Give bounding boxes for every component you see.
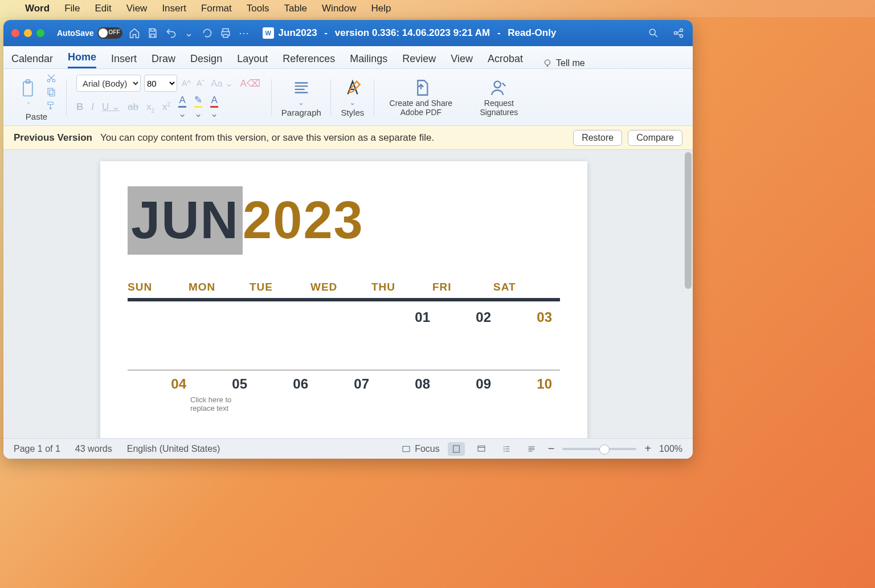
calendar-year[interactable]: 2023: [243, 186, 364, 255]
cell-06[interactable]: 06: [250, 376, 310, 392]
cut-icon[interactable]: [46, 73, 57, 83]
copy-icon[interactable]: [46, 87, 57, 97]
change-case-icon[interactable]: Aa ⌄: [209, 77, 235, 89]
cell-02[interactable]: 02: [432, 309, 493, 325]
create-share-pdf-button[interactable]: Create and Share Adobe PDF: [384, 77, 458, 117]
menu-insert[interactable]: Insert: [162, 3, 186, 14]
word-window: AutoSave OFF ⌄ ⋯ W Jun2023 - version 0.3…: [3, 20, 693, 459]
paste-button[interactable]: ⌄: [16, 75, 41, 109]
calendar-month[interactable]: JUN: [128, 186, 243, 255]
menu-window[interactable]: Window: [322, 3, 356, 14]
more-icon[interactable]: ⋯: [238, 27, 250, 39]
strike-button[interactable]: ab: [128, 101, 138, 113]
menu-view[interactable]: View: [126, 3, 148, 14]
tab-mailings[interactable]: Mailings: [350, 53, 387, 68]
redo-icon[interactable]: [201, 27, 214, 39]
search-icon[interactable]: [647, 27, 660, 39]
text-effects-icon[interactable]: A ⌄: [178, 95, 186, 120]
zoom-in[interactable]: +: [644, 442, 651, 455]
print-icon[interactable]: [219, 27, 232, 39]
cell-03[interactable]: 03: [493, 309, 554, 325]
page-count[interactable]: Page 1 of 1: [14, 444, 60, 454]
compare-button[interactable]: Compare: [628, 130, 682, 146]
tab-draw[interactable]: Draw: [152, 53, 175, 68]
cell-04[interactable]: 04: [128, 376, 189, 392]
tab-design[interactable]: Design: [190, 53, 222, 68]
restore-button[interactable]: Restore: [573, 130, 622, 146]
zoom-button[interactable]: [36, 29, 44, 37]
minimize-button[interactable]: [24, 29, 32, 37]
increase-font-icon[interactable]: A^: [181, 79, 192, 88]
menu-help[interactable]: Help: [371, 3, 391, 14]
format-painter-icon[interactable]: [46, 100, 57, 111]
font-color-icon[interactable]: A ⌄: [210, 95, 218, 120]
day-fri: FRI: [432, 281, 493, 293]
tab-calendar[interactable]: Calendar: [11, 53, 53, 68]
tab-insert[interactable]: Insert: [111, 53, 137, 68]
cell-10[interactable]: 10: [493, 376, 554, 392]
document-title: W Jun2023 - version 0.336: 14.06.2023 9:…: [263, 27, 557, 39]
underline-button[interactable]: U ⌄: [102, 101, 120, 113]
superscript-button[interactable]: x: [162, 101, 170, 113]
app-menu[interactable]: Word: [25, 3, 50, 14]
day-thu: THU: [371, 281, 432, 293]
request-signatures-button[interactable]: Request Signatures: [471, 77, 528, 117]
tab-references[interactable]: References: [283, 53, 335, 68]
paragraph-button[interactable]: ⌄: [289, 77, 313, 107]
svg-point-4: [545, 60, 550, 65]
bold-button[interactable]: B: [76, 101, 83, 113]
draft-view[interactable]: [523, 442, 540, 456]
menu-table[interactable]: Table: [284, 3, 307, 14]
print-layout-view[interactable]: [448, 442, 465, 456]
italic-button[interactable]: I: [91, 101, 94, 113]
placeholder-text[interactable]: Click here to replace text: [190, 395, 247, 413]
tab-review[interactable]: Review: [402, 53, 436, 68]
zoom-level[interactable]: 100%: [659, 444, 682, 454]
language[interactable]: English (United States): [127, 444, 220, 454]
styles-button[interactable]: ⌄: [341, 77, 365, 107]
traffic-lights: [11, 29, 44, 37]
highlight-icon[interactable]: ✎ ⌄: [194, 94, 202, 120]
cell-09[interactable]: 09: [432, 376, 493, 392]
clear-format-icon[interactable]: A⌫: [238, 77, 261, 89]
tab-home[interactable]: Home: [68, 51, 96, 68]
page[interactable]: JUN 2023 SUN MON TUE WED THU FRI SAT 01 …: [100, 161, 587, 438]
close-button[interactable]: [11, 29, 19, 37]
outline-view[interactable]: [498, 442, 515, 456]
tell-me[interactable]: Tell me: [542, 58, 585, 68]
word-count[interactable]: 43 words: [75, 444, 112, 454]
menu-tools[interactable]: Tools: [247, 3, 269, 14]
subscript-button[interactable]: x: [146, 101, 154, 113]
autosave-switch[interactable]: OFF: [97, 27, 122, 39]
tab-acrobat[interactable]: Acrobat: [488, 53, 523, 68]
day-mon: MON: [189, 281, 250, 293]
tab-view[interactable]: View: [451, 53, 473, 68]
document-area[interactable]: JUN 2023 SUN MON TUE WED THU FRI SAT 01 …: [3, 150, 693, 438]
header-divider: [128, 298, 560, 301]
save-icon[interactable]: [146, 27, 159, 39]
decrease-font-icon[interactable]: Aˇ: [195, 79, 206, 88]
font-name-select[interactable]: Arial (Body): [76, 75, 141, 92]
tab-layout[interactable]: Layout: [237, 53, 268, 68]
font-size-select[interactable]: 80: [144, 75, 177, 92]
focus-mode[interactable]: Focus: [401, 444, 440, 454]
paragraph-group: ⌄ Paragraph: [276, 71, 327, 123]
home-icon[interactable]: [128, 27, 141, 39]
cell-07[interactable]: 07: [310, 376, 371, 392]
cell-05[interactable]: 05: [189, 376, 250, 392]
zoom-slider[interactable]: [562, 448, 636, 450]
menu-edit[interactable]: Edit: [95, 3, 112, 14]
svg-point-0: [649, 29, 655, 35]
share-icon[interactable]: [672, 27, 685, 39]
zoom-out[interactable]: −: [548, 442, 555, 455]
menu-format[interactable]: Format: [201, 3, 232, 14]
undo-dropdown[interactable]: ⌄: [183, 27, 195, 39]
undo-icon[interactable]: [165, 27, 177, 39]
week-2: 04 05 06 07 08 09 10: [128, 376, 560, 392]
autosave-toggle[interactable]: AutoSave OFF: [57, 27, 122, 39]
vertical-scrollbar[interactable]: [685, 152, 692, 289]
web-layout-view[interactable]: [473, 442, 490, 456]
menu-file[interactable]: File: [64, 3, 80, 14]
cell-08[interactable]: 08: [371, 376, 432, 392]
cell-01[interactable]: 01: [371, 309, 432, 325]
